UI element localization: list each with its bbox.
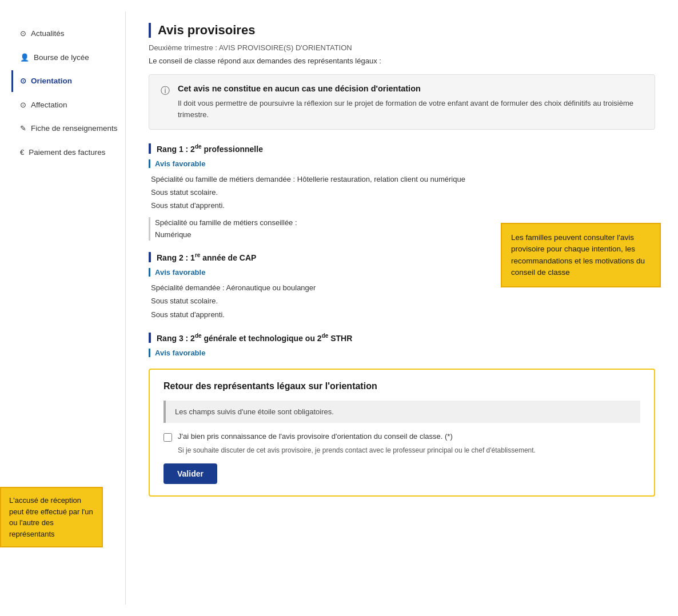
- rank-3-avis: Avis favorable: [149, 349, 655, 357]
- sidebar-item-affectation-label: Affectation: [31, 100, 67, 110]
- sidebar-item-fiche-renseignements[interactable]: ✎ Fiche de renseignements: [11, 118, 125, 139]
- fiche-icon: ✎: [20, 124, 26, 133]
- sidebar-item-paiement-factures[interactable]: € Paiement des factures: [11, 142, 125, 163]
- checkbox-row: J'ai bien pris connaissance de l'avis pr…: [163, 432, 640, 442]
- subtitle: Deuxième trimestre : AVIS PROVISOIRE(S) …: [149, 43, 655, 52]
- page-title: Avis provisoires: [149, 23, 655, 38]
- valider-button[interactable]: Valider: [163, 463, 217, 484]
- return-section: Retour des représentants légaux sur l'or…: [149, 369, 655, 497]
- info-box-content: Cet avis ne constitue en aucun cas une d…: [178, 84, 643, 120]
- return-title: Retour des représentants légaux sur l'or…: [163, 381, 640, 391]
- rank-3-title: Rang 3 : 2de générale et technologique o…: [149, 333, 655, 343]
- info-box-title: Cet avis ne constitue en aucun cas une d…: [178, 84, 643, 93]
- rank-1-detail-0: Spécialité ou famille de métiers demandé…: [151, 173, 655, 186]
- rank-1-avis: Avis favorable: [149, 159, 655, 168]
- bourse-icon: 👤: [20, 53, 29, 62]
- sidebar-item-actualites[interactable]: ⊙ Actualités: [11, 23, 125, 45]
- sidebar-item-actualites-label: Actualités: [31, 29, 65, 39]
- sidebar-item-bourse-lycee[interactable]: 👤 Bourse de lycée: [11, 47, 125, 69]
- info-box-body: Il doit vous permettre de poursuivre la …: [178, 98, 643, 120]
- sidebar-item-orientation[interactable]: ⊙ Orientation: [11, 70, 125, 92]
- rank-2-detail-1: Sous statut scolaire.: [151, 294, 655, 307]
- checkbox-note: Si je souhaite discuter de cet avis prov…: [163, 446, 640, 454]
- tooltip-box: Les familles peuvent consulter l'avis pr…: [501, 223, 661, 287]
- rank-1-detail-2: Sous statut d'apprenti.: [151, 199, 655, 212]
- orientation-icon: ⊙: [20, 77, 26, 85]
- actualites-icon: ⊙: [20, 29, 26, 38]
- return-notice: Les champs suivis d'une étoile sont obli…: [163, 401, 640, 423]
- sidebar-item-bourse-label: Bourse de lycée: [34, 53, 89, 63]
- rank-1-detail-1: Sous statut scolaire.: [151, 186, 655, 199]
- rank-1-title: Rang 1 : 2de professionnelle: [149, 143, 655, 154]
- sidebar-item-affectation[interactable]: ⊙ Affectation: [11, 94, 125, 116]
- info-box: ⓘ Cet avis ne constitue en aucun cas une…: [149, 74, 655, 130]
- affectation-icon: ⊙: [20, 101, 26, 109]
- paiement-icon: €: [20, 148, 24, 157]
- left-tooltip: L'accusé de réception peut être effectué…: [0, 487, 103, 547]
- avis-checkbox-label[interactable]: J'ai bien pris connaissance de l'avis pr…: [178, 432, 453, 441]
- sidebar-item-orientation-label: Orientation: [31, 76, 72, 86]
- main-content: Avis provisoires Deuxième trimestre : AV…: [126, 11, 678, 605]
- rank-2-detail-2: Sous statut d'apprenti.: [151, 308, 655, 321]
- info-icon: ⓘ: [161, 85, 170, 120]
- intro-text: Le conseil de classe répond aux demandes…: [149, 57, 655, 65]
- sidebar-item-fiche-label: Fiche de renseignements: [31, 123, 118, 134]
- avis-checkbox[interactable]: [163, 433, 172, 442]
- rank-3-section: Rang 3 : 2de générale et technologique o…: [149, 333, 655, 357]
- rank-1-details: Spécialité ou famille de métiers demandé…: [149, 173, 655, 213]
- sidebar-item-paiement-label: Paiement des factures: [29, 147, 105, 158]
